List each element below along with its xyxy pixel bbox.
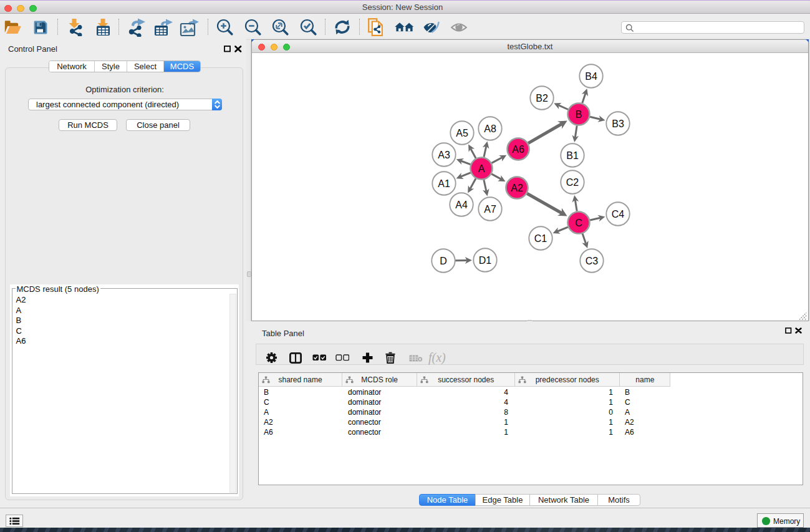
svg-text:B: B	[576, 109, 582, 120]
svg-text:C: C	[575, 218, 582, 228]
svg-text:A8: A8	[484, 123, 496, 134]
svg-text:C1: C1	[534, 233, 547, 244]
svg-text:D1: D1	[479, 255, 492, 266]
svg-text:A3: A3	[438, 150, 450, 160]
svg-text:B2: B2	[536, 93, 548, 104]
svg-text:A6: A6	[512, 144, 524, 155]
svg-text:A7: A7	[484, 204, 496, 215]
svg-text:B1: B1	[566, 150, 579, 161]
svg-text:C3: C3	[586, 256, 599, 266]
svg-text:C4: C4	[612, 209, 625, 220]
svg-text:A2: A2	[511, 183, 523, 193]
svg-text:C2: C2	[566, 177, 579, 188]
svg-text:A: A	[478, 163, 485, 174]
svg-text:A5: A5	[456, 128, 468, 138]
svg-text:B4: B4	[585, 71, 597, 82]
svg-text:A1: A1	[438, 178, 450, 189]
svg-text:A4: A4	[455, 200, 468, 210]
svg-text:D: D	[440, 256, 447, 266]
svg-text:B3: B3	[612, 118, 624, 129]
